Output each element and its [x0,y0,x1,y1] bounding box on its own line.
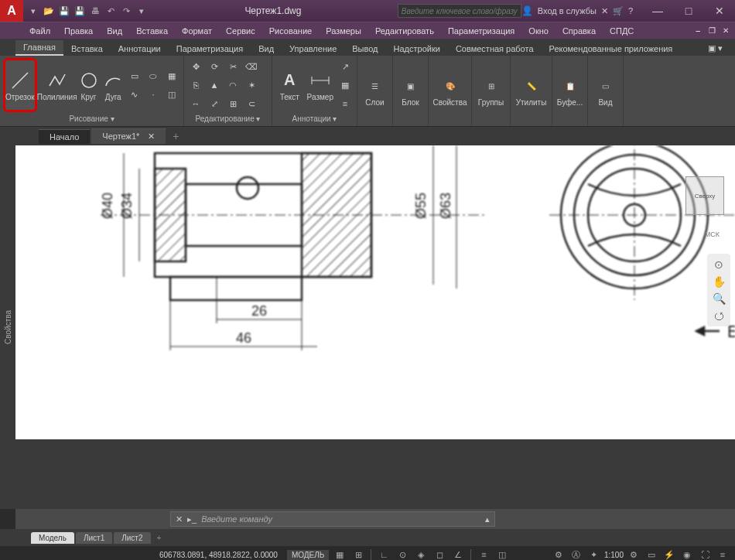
qat-save-icon[interactable]: 💾 [57,4,71,18]
minimize-button[interactable]: — [642,0,673,22]
search-input[interactable] [398,4,521,18]
isodraft-icon[interactable]: ◈ [413,548,429,560]
viewcube[interactable]: Сверху [685,176,724,215]
menu-dimension[interactable]: Размеры [320,25,368,37]
workspace-icon[interactable]: ⚙ [626,548,641,560]
ribbon-tab-output[interactable]: Вывод [344,42,385,56]
qat-new-icon[interactable]: ▾ [26,4,40,18]
rect-icon[interactable]: ▭ [126,67,143,84]
panel-annot-title[interactable]: Аннотации ▾ [275,113,354,125]
command-input[interactable]: ✕ ▸_ Введите команду ▴ [170,511,495,527]
tab-close-icon[interactable]: ✕ [148,131,155,141]
line-button[interactable]: Отрезок [3,58,37,112]
panel-modify-title[interactable]: Редактирование ▾ [187,113,268,125]
doc-minimize-icon[interactable]: ‒ [692,26,704,35]
text-button[interactable]: A Текст [275,58,304,112]
move-icon[interactable]: ✥ [187,58,204,75]
doc-close-icon[interactable]: ✕ [720,26,732,35]
scale-readout[interactable]: 1:100 [604,551,624,559]
menu-modify[interactable]: Редактировать [369,25,440,37]
snap-icon[interactable]: ⊞ [350,548,366,560]
menu-file[interactable]: Файл [23,25,56,37]
menu-tools[interactable]: Сервис [220,25,262,37]
point-icon[interactable]: · [145,86,162,103]
panel-draw-title[interactable]: Рисование ▾ [3,113,180,125]
layout2-tab[interactable]: Лист2 [114,532,150,544]
doc-restore-icon[interactable]: ❐ [706,26,718,35]
stretch-icon[interactable]: ↔ [187,95,204,112]
annovisible-icon[interactable]: Ⓐ [569,548,584,560]
ribbon-tab-home[interactable]: Главная [15,40,63,56]
app-store-icon[interactable]: 🛒 [613,6,624,16]
groups-button[interactable]: ⊞Группы [475,64,507,118]
menu-edit[interactable]: Правка [58,25,99,37]
customize-icon[interactable]: ≡ [715,548,730,560]
polar-icon[interactable]: ⊙ [395,548,410,560]
fillet-icon[interactable]: ◠ [224,77,241,94]
scale-icon[interactable]: ⤢ [206,95,223,112]
grid-icon[interactable]: ▦ [332,548,347,560]
steering-wheel-icon[interactable]: ⊙ [714,258,723,271]
close-button[interactable]: ✕ [704,0,735,22]
navigation-bar[interactable]: ⊙ ✋ 🔍 ⭯ [707,254,730,326]
exchange-icon[interactable]: ✕ [601,6,608,16]
ellipse-icon[interactable]: ⬭ [145,67,162,84]
menu-format[interactable]: Формат [176,25,218,37]
qat-more-icon[interactable]: ▾ [135,4,149,18]
menu-draw[interactable]: Рисование [263,25,318,37]
properties-button[interactable]: 🎨Свойства [432,64,468,118]
clipboard-button[interactable]: 📋Буфе... [556,64,584,118]
mtext-icon[interactable]: ≡ [337,95,354,112]
block-button[interactable]: ▣Блок [396,64,425,118]
drawing-canvas[interactable]: Ø40 Ø34 Ø55 Ø63 26 46 Б Сверху МСК ⊙ ✋ 🔍… [15,145,735,509]
menu-help[interactable]: Справка [556,25,602,37]
menu-view[interactable]: Вид [101,25,128,37]
leader-icon[interactable]: ↗ [337,58,354,75]
ribbon-tab-insert[interactable]: Вставка [63,42,111,56]
space-indicator[interactable]: МОДЕЛЬ [287,550,329,560]
qat-plot-icon[interactable]: 🖶 [88,4,102,18]
file-tab-add[interactable]: + [167,130,184,142]
monitor-icon[interactable]: ▭ [644,548,659,560]
layers-button[interactable]: ☰Слои [361,64,389,118]
ribbon-tab-annotate[interactable]: Аннотации [111,42,169,56]
menu-insert[interactable]: Вставка [130,25,174,37]
transparency-icon[interactable]: ◫ [494,548,510,560]
ribbon-tab-manage[interactable]: Управление [282,42,344,56]
menu-parametric[interactable]: Параметризация [442,25,521,37]
help-icon[interactable]: ? [628,6,633,15]
orbit-icon[interactable]: ⭯ [713,309,724,322]
utilities-button[interactable]: 📏Утилиты [514,64,549,118]
pan-icon[interactable]: ✋ [713,275,726,288]
mirror-icon[interactable]: ▲ [206,77,223,94]
cleanscreen-icon[interactable]: ⛶ [697,548,713,560]
lineweight-icon[interactable]: ≡ [476,548,491,560]
properties-palette-tab[interactable]: Свойства [0,145,15,509]
ribbon-tab-featured[interactable]: Рекомендованные приложения [542,42,681,56]
dimension-button[interactable]: Размер [306,58,335,112]
cmd-recent-icon[interactable]: ▴ [485,514,490,524]
qat-open-icon[interactable]: 📂 [42,4,56,18]
spline-icon[interactable]: ∿ [126,86,143,103]
table-icon[interactable]: ▦ [337,77,354,94]
offset-icon[interactable]: ⊂ [243,95,260,112]
ortho-icon[interactable]: ∟ [376,548,391,560]
erase-icon[interactable]: ⌫ [243,58,260,75]
view-button[interactable]: ▭Вид [591,64,620,118]
otrack-icon[interactable]: ∠ [450,548,466,560]
cmd-close-icon[interactable]: ✕ [176,514,183,524]
file-tab-start[interactable]: Начало [39,129,90,144]
explode-icon[interactable]: ✶ [243,77,260,94]
qat-saveas-icon[interactable]: 💾 [73,4,87,18]
hatch-icon[interactable]: ▦ [163,67,180,84]
arc-button[interactable]: Дуга [101,58,125,112]
polyline-button[interactable]: Полилиния [39,58,76,112]
ribbon-collapse-icon[interactable]: ▣ ▾ [700,41,730,56]
circle-button[interactable]: Круг [77,58,101,112]
osnap-icon[interactable]: ◻ [432,548,447,560]
qat-redo-icon[interactable]: ↷ [119,4,133,18]
ribbon-tab-addins[interactable]: Надстройки [386,42,448,56]
qat-undo-icon[interactable]: ↶ [104,4,118,18]
annoscale-icon[interactable]: ⚙ [551,548,566,560]
menu-spds[interactable]: СПДС [603,25,640,37]
